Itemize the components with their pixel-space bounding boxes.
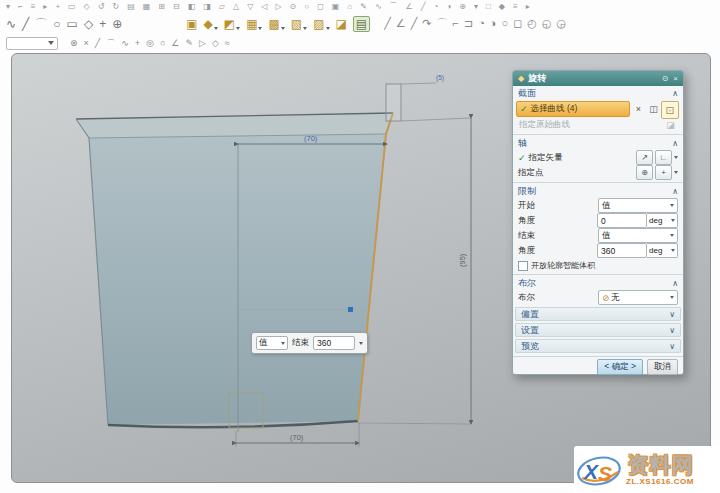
toolbar-icon[interactable]: ▩ — [268, 18, 284, 30]
toolbar-icon[interactable]: ◧ — [188, 3, 196, 11]
vector-inferred-icon[interactable]: ∟ — [655, 150, 672, 165]
section-header-axis[interactable]: 轴∧ — [513, 136, 683, 150]
toolbar-icon[interactable]: ╱ — [22, 18, 29, 30]
toolbar-icon[interactable]: ○ — [53, 18, 60, 30]
toolbar-icon[interactable]: ⊐ — [464, 18, 473, 29]
toolbar-icon[interactable]: ▤ — [127, 3, 135, 11]
toolbar-icon[interactable]: ↺ — [98, 3, 105, 11]
toolbar-icon[interactable]: ▦ — [246, 18, 262, 30]
toolbar-icon[interactable]: △ — [233, 3, 239, 11]
preview-section-strip[interactable]: 预览∨ — [515, 339, 681, 353]
toolbar-icon[interactable]: ⊙ — [290, 3, 297, 11]
toolbar-icon[interactable]: ╱ — [384, 18, 391, 29]
toolbar-icon[interactable]: ○ — [304, 3, 309, 11]
toolbar-icon[interactable]: ◇ — [212, 39, 219, 48]
open-profile-checkbox[interactable] — [518, 261, 528, 271]
model-body-face[interactable] — [89, 134, 386, 425]
toolbar-icon[interactable]: ≡ — [31, 3, 36, 11]
toolbar-icon[interactable]: ▨ — [313, 18, 329, 30]
toolbar-icon[interactable]: ◑ — [490, 18, 497, 29]
expand-icon[interactable]: ∨ — [669, 342, 675, 351]
dialog-close-icon[interactable]: × — [673, 74, 678, 83]
point-dialog-icon[interactable]: ⊕ — [636, 165, 653, 180]
toolbar-icon[interactable]: ⌂ — [347, 3, 352, 11]
toolbar-icon[interactable]: ⌒ — [106, 39, 115, 48]
select-curve-field[interactable]: ✓ 选择曲线 (4) — [516, 101, 630, 117]
toolbar-icon[interactable]: ◎ — [146, 39, 154, 48]
toolbar-icon[interactable]: □ — [486, 3, 491, 11]
toolbar-icon[interactable]: ◴ — [527, 18, 537, 29]
toolbar-icon[interactable]: ▣ — [186, 18, 197, 30]
collapse-icon[interactable]: ∧ — [672, 89, 678, 98]
point-options-caret[interactable] — [674, 171, 678, 174]
end-mode-dropdown[interactable]: 值 — [598, 228, 678, 243]
toolbar-icon[interactable]: ↻ — [112, 3, 119, 11]
toolbar-icon[interactable]: ⊕ — [112, 18, 122, 30]
toolbar-icon[interactable]: ✎ — [360, 3, 367, 11]
toolbar-icon[interactable]: ▭ — [68, 3, 76, 11]
toolbar-icon[interactable]: + — [55, 3, 60, 11]
toolbar-icon[interactable]: ▸ — [526, 3, 530, 11]
toolbar-icon[interactable]: ◶ — [557, 18, 567, 29]
section-header-boolean[interactable]: 布尔∧ — [513, 276, 683, 290]
toolbar-icon[interactable]: ◆ — [499, 3, 505, 11]
axis-point-marker[interactable] — [348, 307, 353, 312]
selection-scope-dropdown[interactable] — [6, 37, 58, 50]
toolbar-icon[interactable]: ◇ — [84, 18, 93, 30]
toolbar-icon[interactable]: ▾ — [474, 3, 478, 11]
end-angle-dropdown-caret[interactable] — [359, 342, 363, 345]
dialog-clock-icon[interactable]: ⊙ — [662, 74, 669, 83]
section-header-limits[interactable]: 限制∧ — [513, 184, 683, 198]
toolbar-icon[interactable]: ◻ — [513, 18, 522, 29]
settings-section-strip[interactable]: 设置∨ — [515, 323, 681, 337]
value-mode-dropdown[interactable]: 值 — [256, 336, 288, 350]
toolbar-icon[interactable]: ⊕ — [459, 3, 466, 11]
cancel-button[interactable]: 取消 — [647, 359, 678, 375]
toolbar-icon[interactable]: ⌒ — [35, 18, 47, 30]
toolbar-icon[interactable]: ∿ — [121, 39, 129, 48]
toolbar-icon[interactable]: ∠ — [171, 39, 179, 48]
toolbar-icon[interactable]: ○ — [502, 18, 509, 29]
collapse-icon[interactable]: ∧ — [672, 187, 678, 196]
end-angle-unit-dropdown[interactable]: deg — [647, 243, 678, 258]
toolbar-icon[interactable]: ▷ — [275, 3, 281, 11]
end-angle-input[interactable]: 360 — [313, 336, 355, 350]
toolbar-icon[interactable]: ∿ — [375, 3, 382, 11]
toolbar-icon[interactable]: ╱ — [95, 39, 100, 48]
toolbar-icon[interactable]: ╱ — [421, 3, 426, 11]
section-header-section[interactable]: 截面∧ — [513, 86, 683, 100]
start-angle-unit-dropdown[interactable]: deg — [647, 213, 678, 228]
toolbar-icon[interactable]: ⊞ — [158, 3, 165, 11]
toolbar-icon[interactable]: ⌒ — [437, 18, 448, 29]
vector-options-caret[interactable] — [674, 156, 678, 159]
expand-icon[interactable]: ∨ — [669, 326, 675, 335]
toolbar-icon[interactable]: ▭ — [67, 18, 78, 30]
toolbar-icon[interactable]: ▤ — [353, 16, 370, 32]
toolbar-icon[interactable]: ◩ — [224, 18, 240, 30]
toolbar-icon[interactable]: ◑ — [446, 3, 451, 11]
start-angle-input[interactable]: 0 — [597, 213, 647, 228]
toolbar-icon[interactable]: ◁ — [261, 3, 267, 11]
toolbar-icon[interactable]: ≈ — [225, 39, 230, 48]
toolbar-icon[interactable]: ◵ — [542, 18, 552, 29]
toolbar-icon[interactable]: ▱ — [219, 3, 225, 11]
toolbar-icon[interactable]: ◨ — [203, 3, 211, 11]
toolbar-icon[interactable]: ▣ — [332, 3, 340, 11]
expand-icon[interactable]: ∨ — [669, 310, 675, 319]
offset-section-strip[interactable]: 偏置∨ — [515, 307, 681, 321]
toolbar-icon[interactable]: ◪ — [336, 18, 347, 30]
toolbar-icon[interactable]: ⊟ — [173, 3, 180, 11]
collapse-icon[interactable]: ∧ — [672, 139, 678, 148]
boolean-dropdown[interactable]: ⊘ 无 — [598, 290, 678, 305]
toolbar-icon[interactable]: ⌐ — [18, 3, 23, 11]
toolbar-icon[interactable]: ✎ — [185, 39, 193, 48]
toolbar-icon[interactable]: ▾ — [6, 3, 10, 11]
point-inferred-icon[interactable]: + — [655, 165, 672, 180]
vector-dialog-icon[interactable]: ↗ — [636, 150, 653, 165]
toolbar-icon[interactable]: ⌒ — [390, 3, 398, 11]
deselect-all-icon[interactable]: × — [632, 103, 645, 116]
toolbar-icon[interactable]: ╱ — [411, 18, 418, 29]
toolbar-icon[interactable]: ▷ — [199, 39, 206, 48]
toolbar-icon[interactable]: ◔ — [434, 3, 439, 11]
dialog-titlebar[interactable]: ◆ 旋转 ⊙ × — [513, 71, 683, 86]
